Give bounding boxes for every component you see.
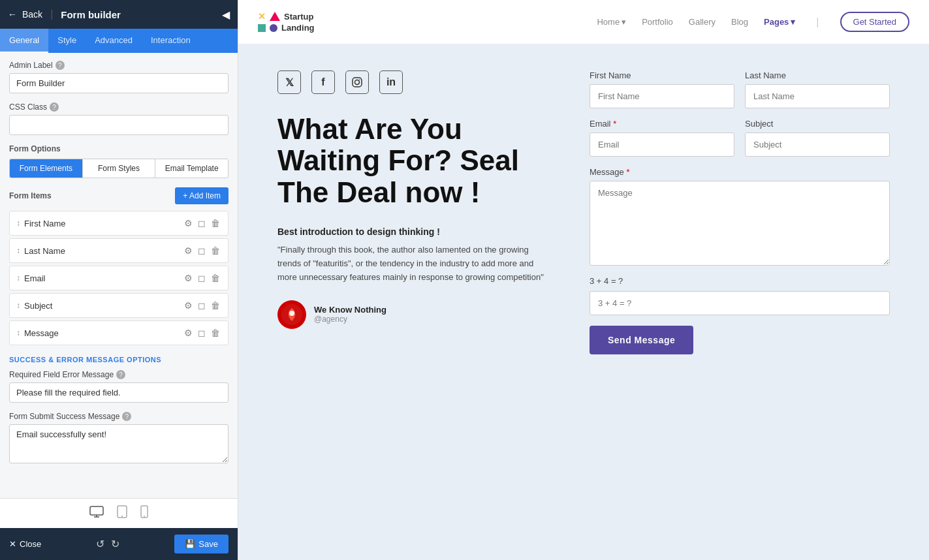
first-name-input[interactable] xyxy=(590,84,734,108)
close-button[interactable]: ✕ Close xyxy=(9,539,41,549)
send-message-button[interactable]: Send Message xyxy=(590,326,693,354)
item-actions: ⚙ ◻ 🗑 xyxy=(183,326,221,339)
panel-header: ← Back | Form builder ◀ xyxy=(0,0,238,29)
form-items-header: Form Items + Add Item xyxy=(9,187,228,204)
author-row: We Know Nothing @agency xyxy=(277,300,550,329)
item-label: First Name xyxy=(24,219,179,228)
drag-handle[interactable]: ↕ xyxy=(16,246,20,255)
drag-handle[interactable]: ↕ xyxy=(16,273,20,283)
get-started-button[interactable]: Get Started xyxy=(840,12,909,32)
logo-triangle-icon xyxy=(270,12,280,21)
form-item-first-name: ↕ First Name ⚙ ◻ 🗑 xyxy=(9,211,228,236)
required-error-input[interactable] xyxy=(9,382,228,403)
nav-link-gallery[interactable]: Gallery xyxy=(689,17,716,27)
first-name-group: First Name xyxy=(590,70,734,108)
css-class-input[interactable] xyxy=(9,115,228,135)
item-delete-button[interactable]: 🗑 xyxy=(210,244,221,257)
undo-button[interactable]: ↺ xyxy=(96,538,104,550)
item-duplicate-button[interactable]: ◻ xyxy=(197,272,207,285)
facebook-icon[interactable]: f xyxy=(311,70,335,94)
message-textarea[interactable] xyxy=(590,181,890,266)
nav-home-arrow-icon: ▾ xyxy=(622,17,626,27)
first-name-label: First Name xyxy=(590,70,734,80)
author-handle: @agency xyxy=(314,315,386,324)
author-name: We Know Nothing xyxy=(314,305,386,315)
mobile-view-button[interactable] xyxy=(140,505,148,521)
panel-toggle-button[interactable]: ◀ xyxy=(222,8,230,21)
separator: | xyxy=(50,8,53,20)
form-row-email-subject: Email * Subject xyxy=(590,119,890,157)
message-required-star: * xyxy=(626,167,629,177)
intro-bold: Best introduction to design thinking ! xyxy=(277,226,550,237)
email-input[interactable] xyxy=(590,132,734,157)
item-settings-button[interactable]: ⚙ xyxy=(183,272,194,285)
required-error-help-icon[interactable]: ? xyxy=(116,370,125,379)
admin-label-input[interactable] xyxy=(9,73,228,93)
main-content: 𝕏 f in What Are You Waiting For? Seal Th… xyxy=(238,44,929,560)
success-error-section-title: SUCCESS & ERROR MESSAGE OPTIONS xyxy=(9,356,228,364)
sub-tab-form-elements[interactable]: Form Elements xyxy=(10,159,83,178)
css-class-help-icon[interactable]: ? xyxy=(50,102,59,112)
item-delete-button[interactable]: 🗑 xyxy=(210,326,221,339)
subject-label: Subject xyxy=(745,119,890,129)
instagram-icon[interactable] xyxy=(345,70,369,94)
item-actions: ⚙ ◻ 🗑 xyxy=(183,244,221,257)
drag-handle[interactable]: ↕ xyxy=(16,328,20,337)
close-x-icon: ✕ xyxy=(9,539,16,549)
last-name-input[interactable] xyxy=(745,84,890,108)
item-settings-button[interactable]: ⚙ xyxy=(183,326,194,339)
form-options-label: Form Options xyxy=(9,144,228,153)
subject-input[interactable] xyxy=(745,132,890,157)
panel-tabs: General Style Advanced Interaction xyxy=(0,29,238,53)
captcha-input[interactable] xyxy=(590,291,890,315)
success-message-label: Form Submit Success Message ? xyxy=(9,412,228,421)
item-settings-button[interactable]: ⚙ xyxy=(183,244,194,257)
item-delete-button[interactable]: 🗑 xyxy=(210,299,221,312)
tab-general[interactable]: General xyxy=(0,29,48,53)
save-button[interactable]: 💾 Save xyxy=(174,535,228,553)
sub-tab-email-template[interactable]: Email Template xyxy=(155,159,228,178)
redo-button[interactable]: ↻ xyxy=(111,538,119,550)
item-duplicate-button[interactable]: ◻ xyxy=(197,326,207,339)
item-duplicate-button[interactable]: ◻ xyxy=(197,244,207,257)
content-left: 𝕏 f in What Are You Waiting For? Seal Th… xyxy=(277,70,550,534)
success-message-textarea[interactable]: Email successfully sent! xyxy=(9,424,228,463)
item-settings-button[interactable]: ⚙ xyxy=(183,217,194,230)
panel-bottom-bar: ✕ Close ↺ ↻ 💾 Save xyxy=(0,528,238,560)
item-duplicate-button[interactable]: ◻ xyxy=(197,217,207,230)
nav-link-blog[interactable]: Blog xyxy=(731,17,748,27)
svg-point-4 xyxy=(121,516,123,517)
nav-link-portfolio[interactable]: Portfolio xyxy=(642,17,673,27)
tablet-view-button[interactable] xyxy=(117,505,127,521)
item-duplicate-button[interactable]: ◻ xyxy=(197,299,207,312)
tab-interaction[interactable]: Interaction xyxy=(142,29,200,53)
linkedin-icon[interactable]: in xyxy=(379,70,403,94)
desktop-view-button[interactable] xyxy=(89,506,104,521)
svg-rect-7 xyxy=(353,78,362,87)
form-items-list: ↕ First Name ⚙ ◻ 🗑 ↕ Last Name ⚙ ◻ 🗑 ↕ xyxy=(9,211,228,345)
form-option-sub-tabs: Form Elements Form Styles Email Template xyxy=(9,159,228,178)
left-panel: ← Back | Form builder ◀ General Style Ad… xyxy=(0,0,238,560)
form-item-message: ↕ Message ⚙ ◻ 🗑 xyxy=(9,320,228,345)
admin-label-help-icon[interactable]: ? xyxy=(55,61,65,70)
sub-tab-form-styles[interactable]: Form Styles xyxy=(83,159,156,178)
nav-link-home[interactable]: Home ▾ xyxy=(597,17,626,27)
item-settings-button[interactable]: ⚙ xyxy=(183,299,194,312)
tab-advanced[interactable]: Advanced xyxy=(86,29,142,53)
panel-body: Admin Label ? CSS Class ? Form Options F… xyxy=(0,53,238,498)
nav-link-pages[interactable]: Pages ▾ xyxy=(764,17,795,27)
drag-handle[interactable]: ↕ xyxy=(16,301,20,310)
add-item-button[interactable]: + Add Item xyxy=(175,187,228,204)
item-delete-button[interactable]: 🗑 xyxy=(210,217,221,230)
back-label[interactable]: Back xyxy=(22,9,42,20)
item-delete-button[interactable]: 🗑 xyxy=(210,272,221,285)
logo-landing-text: Landing xyxy=(281,23,315,33)
success-message-help-icon[interactable]: ? xyxy=(122,412,131,421)
save-icon: 💾 xyxy=(185,539,195,549)
form-item-email: ↕ Email ⚙ ◻ 🗑 xyxy=(9,266,228,290)
twitter-icon[interactable]: 𝕏 xyxy=(277,70,301,94)
drag-handle[interactable]: ↕ xyxy=(16,219,20,228)
back-button[interactable]: ← xyxy=(8,9,17,20)
last-name-group: Last Name xyxy=(745,70,890,108)
tab-style[interactable]: Style xyxy=(48,29,86,53)
